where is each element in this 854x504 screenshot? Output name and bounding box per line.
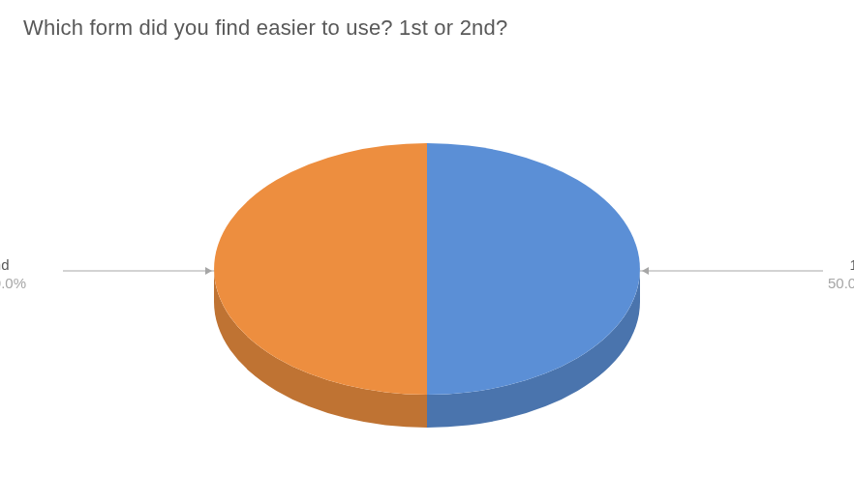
- pie-top: [214, 143, 640, 395]
- pie-chart: Which form did you find easier to use? 1…: [0, 0, 854, 504]
- leader-arrow-2nd: [205, 267, 212, 275]
- data-label-name: 2nd: [0, 256, 26, 275]
- data-label-1st: 1st 50.0%: [828, 256, 854, 293]
- pie-svg: [0, 106, 854, 493]
- data-label-percent: 50.0%: [0, 275, 26, 293]
- data-label-percent: 50.0%: [828, 275, 854, 293]
- data-label-name: 1st: [828, 256, 854, 275]
- data-label-2nd: 2nd 50.0%: [0, 256, 26, 293]
- pie-plot-area: 2nd 50.0% 1st 50.0%: [0, 106, 854, 493]
- leader-arrow-1st: [642, 267, 649, 275]
- chart-title: Which form did you find easier to use? 1…: [23, 15, 507, 41]
